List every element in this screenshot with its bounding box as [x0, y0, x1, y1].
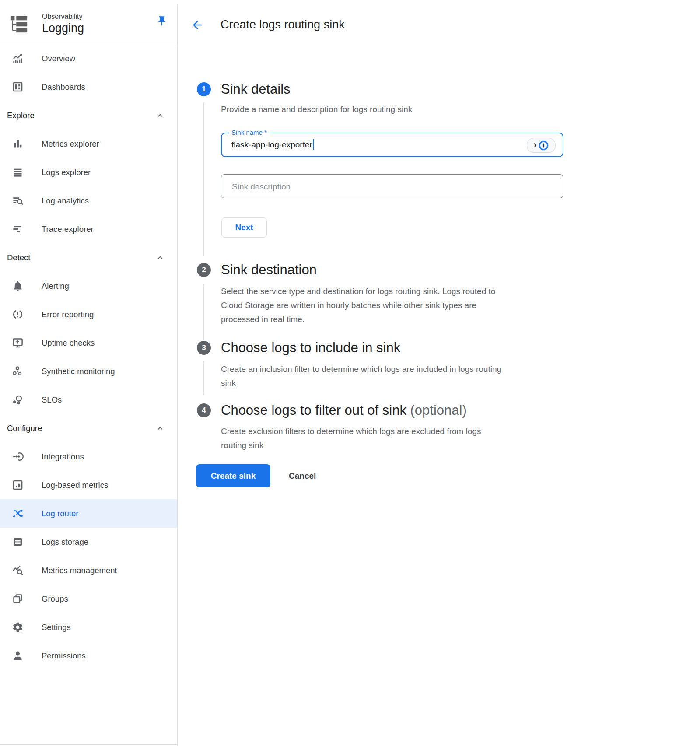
text-cursor [313, 139, 314, 150]
sidebar-item-dashboards[interactable]: Dashboards [0, 73, 177, 101]
sidebar-item-label: Log-based metrics [42, 480, 108, 490]
sidebar-item-slos[interactable]: SLOs [0, 385, 177, 414]
sidebar-item-overview[interactable]: Overview [0, 44, 177, 73]
sink-name-value[interactable]: flask-app-log-exporter [231, 133, 314, 156]
slos-icon [12, 394, 24, 406]
sidebar-item-logs-storage[interactable]: Logs storage [0, 528, 177, 556]
sidebar-item-label: Logs explorer [42, 168, 91, 177]
arrow-back-icon [191, 18, 204, 32]
chevron-up-icon[interactable] [155, 253, 165, 263]
step-title-optional-text: (optional) [410, 403, 467, 418]
step-title-text: Choose logs to include in sink [221, 340, 400, 355]
metrics-management-icon [12, 564, 24, 576]
step-number: 3 [202, 343, 206, 352]
sidebar-item-label: Alerting [42, 281, 69, 291]
sink-description-field[interactable] [221, 174, 564, 198]
sidebar-item-alerting[interactable]: Alerting [0, 272, 177, 300]
error-reporting-icon [12, 308, 24, 320]
sidebar-header-titles: Observability Logging [42, 12, 84, 35]
sidebar-item-metrics-management[interactable]: Metrics management [0, 556, 177, 585]
sidebar-bottom-divider [0, 744, 177, 745]
sidebar-item-permissions[interactable]: Permissions [0, 641, 177, 670]
chevron-up-icon[interactable] [155, 424, 165, 433]
synthetic-monitoring-icon [12, 365, 24, 377]
overview-icon [12, 53, 24, 64]
sidebar-item-metrics-explorer[interactable]: Metrics explorer [0, 130, 177, 158]
pin-icon[interactable] [156, 15, 168, 29]
sidebar-section-configure[interactable]: Configure [0, 414, 177, 442]
sidebar-item-synthetic-monitoring[interactable]: Synthetic monitoring [0, 357, 177, 385]
step-connector [203, 284, 204, 340]
sidebar-item-log-analytics[interactable]: Log analytics [0, 186, 177, 215]
step-title-text: Sink details [221, 81, 290, 97]
logs-storage-icon [12, 536, 24, 548]
sidebar-section-explore[interactable]: Explore [0, 101, 177, 130]
sidebar-item-label: Synthetic monitoring [42, 367, 115, 376]
sidebar-item-label: Dashboards [42, 82, 85, 92]
create-sink-button[interactable]: Create sink [196, 464, 270, 487]
step-4-indicator: 4 [197, 403, 211, 417]
sidebar-section-label: Configure [7, 424, 42, 433]
groups-icon [12, 593, 24, 605]
step-3-title: Choose logs to include in sink [221, 339, 400, 357]
sidebar-item-label: Overview [42, 54, 75, 63]
step-2-indicator: 2 [197, 263, 211, 277]
sidebar-item-label: Log analytics [42, 196, 89, 206]
log-analytics-icon [12, 195, 24, 207]
sink-name-field[interactable]: Sink name * flask-app-log-exporter › [221, 133, 564, 157]
sidebar-item-label: SLOs [42, 395, 62, 405]
page-header: Create logs routing sink [178, 4, 700, 46]
dashboards-icon [12, 81, 24, 93]
permissions-icon [12, 650, 24, 662]
sidebar-nav: Overview Dashboards Explore Metrics expl… [0, 44, 177, 670]
page-title: Create logs routing sink [220, 18, 345, 32]
sidebar-item-groups[interactable]: Groups [0, 585, 177, 613]
password-manager-badge[interactable]: › [527, 138, 556, 153]
sidebar-section-label: Explore [7, 111, 35, 120]
sidebar-section-detect[interactable]: Detect [0, 243, 177, 272]
step-2-title: Sink destination [221, 261, 317, 279]
product-title: Logging [42, 21, 84, 35]
sidebar-item-label: Metrics explorer [42, 139, 99, 149]
step-number: 1 [202, 85, 206, 94]
step-4-description: Create exclusion filters to determine wh… [221, 424, 553, 452]
sidebar-item-label: Integrations [42, 452, 84, 462]
step-1-description: Provide a name and description for logs … [221, 102, 536, 116]
sidebar-item-trace-explorer[interactable]: Trace explorer [0, 215, 177, 243]
sidebar-section-label: Detect [7, 253, 30, 263]
metrics-explorer-icon [12, 138, 24, 150]
sidebar-item-label: Groups [42, 594, 68, 604]
step-1-title: Sink details [221, 81, 290, 98]
sidebar-item-integrations[interactable]: Integrations [0, 442, 177, 471]
sidebar-item-label: Permissions [42, 651, 86, 661]
step-title-text: Choose logs to filter out of sink [221, 403, 406, 418]
sidebar-item-label: Metrics management [42, 566, 117, 575]
sidebar-item-logs-explorer[interactable]: Logs explorer [0, 158, 177, 186]
sidebar: Observability Logging Overview Dashboard… [0, 4, 178, 746]
trace-explorer-icon [12, 223, 24, 235]
gcp-logging-create-sink-page: Observability Logging Overview Dashboard… [0, 0, 700, 746]
chevron-up-icon[interactable] [155, 111, 165, 120]
sidebar-header: Observability Logging [0, 4, 177, 44]
log-based-metrics-icon [12, 479, 24, 491]
sidebar-item-settings[interactable]: Settings [0, 613, 177, 641]
sidebar-item-log-based-metrics[interactable]: Log-based metrics [0, 471, 177, 499]
sidebar-item-label: Error reporting [42, 310, 94, 319]
1password-icon[interactable] [538, 140, 549, 151]
next-button[interactable]: Next [221, 217, 267, 238]
step-number: 4 [202, 406, 206, 415]
sidebar-item-error-reporting[interactable]: Error reporting [0, 300, 177, 329]
sidebar-item-log-router[interactable]: Log router [0, 499, 177, 528]
sidebar-item-label: Log router [42, 509, 78, 518]
back-button[interactable] [191, 18, 204, 32]
uptime-checks-icon [12, 337, 24, 349]
cancel-button[interactable]: Cancel [281, 464, 324, 487]
settings-icon [12, 621, 24, 633]
sidebar-item-uptime-checks[interactable]: Uptime checks [0, 329, 177, 357]
step-connector [203, 102, 204, 256]
sink-description-input[interactable] [231, 175, 539, 199]
step-2-description: Select the service type and destination … [221, 284, 562, 326]
step-number: 2 [202, 266, 206, 274]
logs-explorer-icon [12, 166, 24, 178]
sidebar-item-label: Trace explorer [42, 224, 94, 234]
